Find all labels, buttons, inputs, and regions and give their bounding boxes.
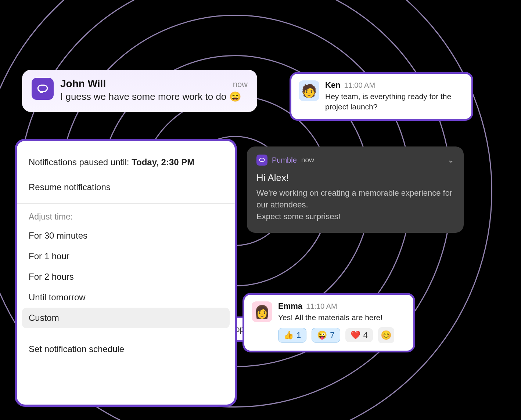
- sender-name: Emma: [278, 301, 302, 311]
- add-reaction-button[interactable]: 😊: [378, 327, 394, 343]
- app-icon: [256, 155, 267, 166]
- divider: [17, 203, 235, 204]
- reaction-count: 7: [330, 330, 334, 340]
- app-name: Pumble: [272, 156, 297, 164]
- message-ken[interactable]: 🧑 Ken 11:00 AM Hey team, is everything r…: [290, 72, 473, 121]
- notification-settings-panel: Notifications paused until: Today, 2:30 …: [15, 139, 237, 407]
- svg-rect-0: [38, 85, 47, 91]
- svg-rect-1: [259, 158, 265, 162]
- timestamp: 11:10 AM: [306, 302, 337, 311]
- reaction-count: 4: [363, 330, 368, 340]
- sender-name: John Will: [60, 78, 106, 90]
- sender-name: Ken: [325, 80, 341, 90]
- add-reaction-icon: 😊: [381, 330, 392, 340]
- chevron-down-icon[interactable]: ⌄: [448, 155, 454, 165]
- adjust-time-label: Adjust time:: [17, 207, 235, 225]
- option-30-minutes[interactable]: For 30 minutes: [17, 225, 235, 246]
- reaction-wink[interactable]: 😜 7: [312, 328, 340, 343]
- message-text: I guess we have some more work to do 😄: [60, 91, 248, 102]
- option-2-hours[interactable]: For 2 hours: [17, 267, 235, 287]
- option-1-hour[interactable]: For 1 hour: [17, 246, 235, 267]
- timestamp: now: [301, 156, 314, 164]
- reactions-row: 👍 1 😜 7 ❤️ 4 😊: [278, 327, 406, 343]
- reaction-count: 1: [297, 330, 301, 340]
- message-text: Yes! All the materials are here!: [278, 312, 406, 323]
- timestamp: 11:00 AM: [344, 81, 376, 90]
- reaction-heart[interactable]: ❤️ 4: [345, 328, 373, 342]
- thumbs-up-icon: 👍: [284, 330, 294, 340]
- notification-john[interactable]: John Will now I guess we have some more …: [22, 70, 257, 112]
- message-text: Hey team, is everything ready for the pr…: [325, 91, 464, 112]
- heart-icon: ❤️: [351, 330, 360, 340]
- push-title: Hi Alex!: [256, 172, 454, 184]
- set-notification-schedule[interactable]: Set notification schedule: [17, 339, 235, 359]
- reaction-thumbs-up[interactable]: 👍 1: [278, 328, 306, 343]
- avatar: 👩: [252, 301, 272, 322]
- paused-until-line: Notifications paused until: Today, 2:30 …: [17, 152, 235, 173]
- resume-notifications[interactable]: Resume notifications: [17, 177, 235, 198]
- push-body: We're working on creating a memorable ex…: [256, 187, 454, 222]
- option-until-tomorrow[interactable]: Until tomorrow: [17, 287, 235, 308]
- avatar: 🧑: [299, 80, 319, 101]
- push-notification[interactable]: Pumble now ⌄ Hi Alex! We're working on c…: [247, 146, 464, 233]
- wink-icon: 😜: [317, 330, 327, 340]
- timestamp: now: [233, 80, 248, 89]
- message-emma[interactable]: 👩 Emma 11:10 AM Yes! All the materials a…: [242, 293, 415, 352]
- divider: [17, 335, 235, 335]
- app-icon: [32, 78, 54, 100]
- option-custom[interactable]: Custom: [22, 308, 230, 328]
